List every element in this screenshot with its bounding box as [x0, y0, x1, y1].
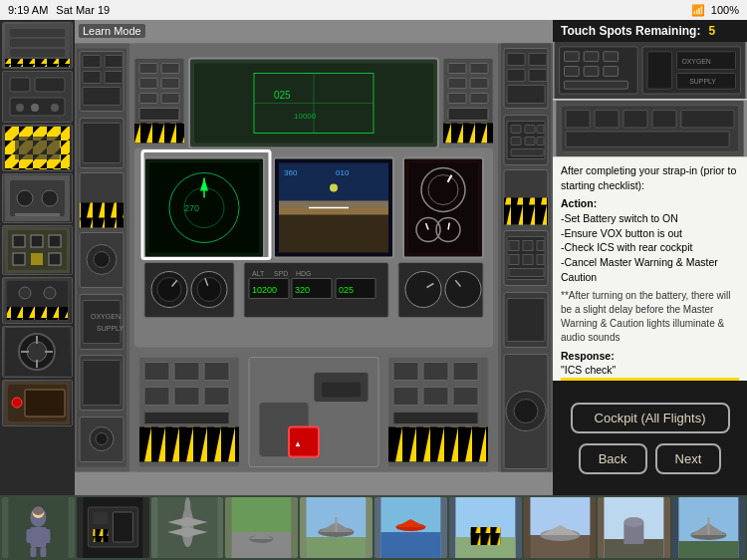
- svg-rect-1: [10, 29, 65, 37]
- nav-buttons: Back Next: [579, 443, 722, 474]
- left-panel-item-3[interactable]: [2, 125, 73, 171]
- svg-point-306: [624, 517, 644, 527]
- strip-thumb-2[interactable]: [77, 497, 149, 558]
- svg-point-13: [31, 104, 39, 112]
- svg-point-23: [17, 190, 33, 206]
- svg-point-12: [16, 104, 24, 112]
- strip-thumb-7[interactable]: [449, 497, 522, 558]
- left-panel-item-4[interactable]: [2, 173, 73, 223]
- svg-text:SUPPLY: SUPPLY: [689, 78, 716, 85]
- svg-text:SUPPLY: SUPPLY: [97, 325, 124, 332]
- svg-point-132: [405, 272, 441, 308]
- svg-rect-205: [537, 126, 544, 134]
- strip-thumb-10[interactable]: [672, 497, 745, 558]
- strip-thumb-9[interactable]: [598, 497, 670, 558]
- status-bar: 9:19 AM Sat Mar 19 📶 100%: [0, 0, 747, 20]
- svg-rect-250: [681, 111, 734, 128]
- svg-rect-178: [80, 203, 124, 228]
- svg-rect-9: [10, 78, 30, 92]
- svg-rect-3: [10, 49, 65, 57]
- strip-thumb-1[interactable]: [2, 497, 75, 558]
- svg-rect-106: [408, 163, 478, 253]
- action-items: -Set Battery switch to ON -Ensure VOX bu…: [561, 211, 739, 284]
- left-panel-item-1[interactable]: [2, 22, 73, 69]
- svg-rect-200: [507, 86, 545, 104]
- cockpit-area[interactable]: Learn Mode 025 10000: [75, 20, 553, 495]
- svg-text:10000: 10000: [294, 112, 317, 121]
- learn-mode-label: Learn Mode: [79, 24, 145, 38]
- svg-rect-142: [144, 363, 169, 381]
- next-button[interactable]: Next: [655, 443, 722, 474]
- strip-thumb-4[interactable]: [225, 497, 298, 558]
- right-thumb-1[interactable]: OXYGEN SUPPLY: [553, 42, 747, 100]
- svg-rect-276: [232, 497, 292, 532]
- svg-rect-186: [83, 301, 121, 344]
- svg-rect-221: [523, 255, 533, 265]
- svg-rect-2: [10, 39, 65, 47]
- svg-rect-198: [507, 70, 525, 82]
- left-panel-item-8[interactable]: [2, 380, 73, 426]
- svg-rect-20: [15, 137, 60, 159]
- svg-rect-190: [83, 361, 121, 406]
- checklist-button[interactable]: Cockpit (All Flights): [571, 403, 730, 433]
- svg-rect-71: [139, 79, 157, 89]
- svg-rect-257: [30, 547, 36, 557]
- svg-rect-199: [529, 70, 547, 82]
- svg-text:SPD: SPD: [274, 270, 288, 277]
- svg-rect-196: [507, 54, 525, 66]
- svg-point-119: [197, 278, 221, 302]
- svg-rect-31: [13, 253, 25, 265]
- svg-point-193: [96, 433, 108, 445]
- svg-rect-33: [49, 253, 61, 265]
- svg-point-273: [184, 497, 190, 517]
- svg-rect-176: [83, 124, 121, 163]
- battery-text: 100%: [711, 4, 739, 16]
- strip-thumb-3[interactable]: [151, 497, 224, 558]
- svg-rect-203: [511, 126, 521, 134]
- svg-rect-173: [105, 72, 123, 84]
- svg-rect-160: [423, 388, 448, 406]
- instructions-intro: After completing your strap-in (prior to…: [561, 163, 739, 192]
- svg-rect-204: [525, 126, 535, 134]
- svg-rect-218: [523, 241, 533, 251]
- strip-thumb-8[interactable]: [524, 497, 597, 558]
- svg-rect-158: [453, 363, 478, 381]
- svg-rect-90: [149, 163, 259, 253]
- svg-rect-208: [537, 138, 544, 145]
- svg-rect-309: [679, 541, 739, 558]
- action-1: -Set Battery switch to ON: [561, 211, 739, 226]
- svg-rect-87: [448, 109, 488, 121]
- svg-rect-171: [105, 56, 123, 68]
- left-panel-item-6[interactable]: [2, 277, 73, 324]
- svg-point-14: [51, 104, 59, 112]
- svg-point-228: [514, 400, 538, 423]
- svg-rect-157: [423, 363, 448, 381]
- strip-thumb-5[interactable]: [300, 497, 373, 558]
- svg-rect-172: [83, 72, 101, 84]
- svg-rect-247: [595, 111, 619, 128]
- svg-rect-233: [584, 52, 599, 62]
- status-right: 📶 100%: [691, 4, 739, 17]
- svg-rect-72: [161, 79, 179, 89]
- svg-point-133: [445, 272, 481, 308]
- svg-rect-209: [511, 149, 544, 156]
- svg-rect-30: [49, 235, 61, 247]
- svg-text:OXYGEN: OXYGEN: [681, 58, 710, 65]
- svg-rect-156: [393, 363, 418, 381]
- action-label: Action:: [561, 196, 739, 211]
- left-panel-item-7[interactable]: [2, 326, 73, 378]
- bottom-strip: [0, 495, 747, 560]
- bottom-right-buttons: Cockpit (All Flights) Back Next: [553, 381, 747, 495]
- response-label: Response:: [561, 349, 739, 364]
- svg-rect-159: [393, 388, 418, 406]
- svg-point-44: [27, 342, 47, 362]
- svg-rect-148: [144, 413, 229, 424]
- strip-thumb-6[interactable]: [374, 497, 447, 558]
- svg-rect-249: [652, 111, 676, 128]
- right-thumb-2[interactable]: [553, 100, 747, 157]
- left-panel-item-2[interactable]: [2, 71, 73, 123]
- left-panel-item-5[interactable]: [2, 225, 73, 275]
- svg-rect-222: [537, 255, 544, 265]
- response-1: "ICS check": [561, 363, 739, 378]
- back-button[interactable]: Back: [579, 443, 647, 474]
